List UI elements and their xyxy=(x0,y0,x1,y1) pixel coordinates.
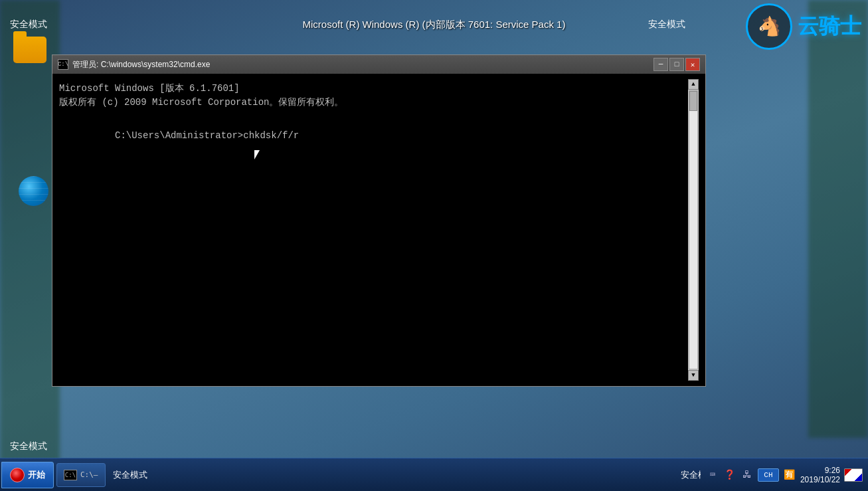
cmd-window: C:\ 管理员: C:\windows\system32\cmd.exe ─ □… xyxy=(52,54,706,387)
tray-keyboard-icon[interactable]: ⌨ xyxy=(706,468,719,482)
cmd-maximize-button[interactable]: □ xyxy=(669,58,684,71)
cmd-titlebar-buttons: ─ □ ✕ xyxy=(653,58,700,71)
safe-mode-bottom-left: 安全模式 xyxy=(10,441,47,452)
scrollbar-thumb[interactable] xyxy=(689,91,697,111)
cmd-line-1: Microsoft Windows [版本 6.1.7601] xyxy=(59,82,688,96)
cmd-titlebar: C:\ 管理员: C:\windows\system32\cmd.exe ─ □… xyxy=(52,55,705,74)
folder-icon xyxy=(13,37,46,63)
cmd-titlebar-title: 管理员: C:\windows\system32\cmd.exe xyxy=(72,59,650,70)
cmd-content-area: Microsoft Windows [版本 6.1.7601] 版权所有 (c)… xyxy=(59,79,688,381)
clock-area: 9:26 2019/10/22 xyxy=(800,466,840,484)
cmd-command-text: C:\Users\Administrator>chkdsk/f/r xyxy=(115,130,299,141)
logo-emblem-icon: 🐴 xyxy=(758,15,781,38)
tray-language-button[interactable]: CH xyxy=(758,468,779,482)
taskbar: 开始 C:\ C:\— 安全模式 安全模式 ⌨ ❓ 🖧 CH 🈶 9:26 20… xyxy=(0,458,868,491)
cmd-scrollbar[interactable]: ▲ ▼ xyxy=(688,79,699,381)
safe-mode-top-right: 安全模式 xyxy=(648,19,685,31)
taskbar-cmd-icon: C:\ xyxy=(64,470,77,480)
win-flag-icon xyxy=(844,468,863,482)
clock-date: 2019/10/22 xyxy=(800,475,840,484)
tray-help-icon[interactable]: ❓ xyxy=(723,468,737,482)
cmd-body: Microsoft Windows [版本 6.1.7601] 版权所有 (c)… xyxy=(52,74,705,386)
logo-emblem: 🐴 xyxy=(746,3,792,50)
taskbar-tray: ⌨ ❓ 🖧 CH 🈶 9:26 2019/10/22 xyxy=(701,458,868,491)
desktop-icon-globe[interactable] xyxy=(10,176,56,206)
clock-time: 9:26 xyxy=(825,466,840,475)
taskbar-cmd-label: C:\— xyxy=(80,470,98,479)
start-orb-icon xyxy=(10,468,25,482)
safe-mode-top-left: 安全模式 xyxy=(10,19,47,31)
start-button[interactable]: 开始 xyxy=(1,462,54,488)
windows-version-bar: Microsoft (R) Windows (R) (内部版本 7601: Se… xyxy=(303,19,566,31)
scrollbar-up-arrow[interactable]: ▲ xyxy=(688,79,699,90)
logo-text: 云骑士 xyxy=(798,12,861,41)
cmd-line-3: C:\Users\Administrator>chkdsk/f/r xyxy=(59,115,688,157)
desktop: 安全模式 安全模式 Microsoft (R) Windows (R) (内部版… xyxy=(0,0,868,491)
taskbar-cmd-button[interactable]: C:\ C:\— xyxy=(56,463,106,487)
desktop-icon-folder[interactable] xyxy=(7,37,53,63)
globe-icon xyxy=(19,176,48,206)
cmd-line-2: 版权所有 (c) 2009 Microsoft Corporation。保留所有… xyxy=(59,96,688,110)
cmd-titlebar-icon: C:\ xyxy=(58,59,68,70)
scrollbar-down-arrow[interactable]: ▼ xyxy=(688,370,699,381)
logo-area: 🐴 云骑士 xyxy=(746,3,861,50)
tray-network-icon[interactable]: 🖧 xyxy=(740,468,754,482)
desktop-right-plant xyxy=(808,0,868,438)
cmd-close-button[interactable]: ✕ xyxy=(685,58,700,71)
desktop-left-plant xyxy=(0,0,60,491)
cmd-minimize-button[interactable]: ─ xyxy=(653,58,668,71)
taskbar-safe-mode-left: 安全模式 xyxy=(113,469,147,481)
tray-input-icon[interactable]: 🈶 xyxy=(783,468,796,482)
scrollbar-track[interactable] xyxy=(689,90,698,369)
start-label: 开始 xyxy=(28,469,45,481)
